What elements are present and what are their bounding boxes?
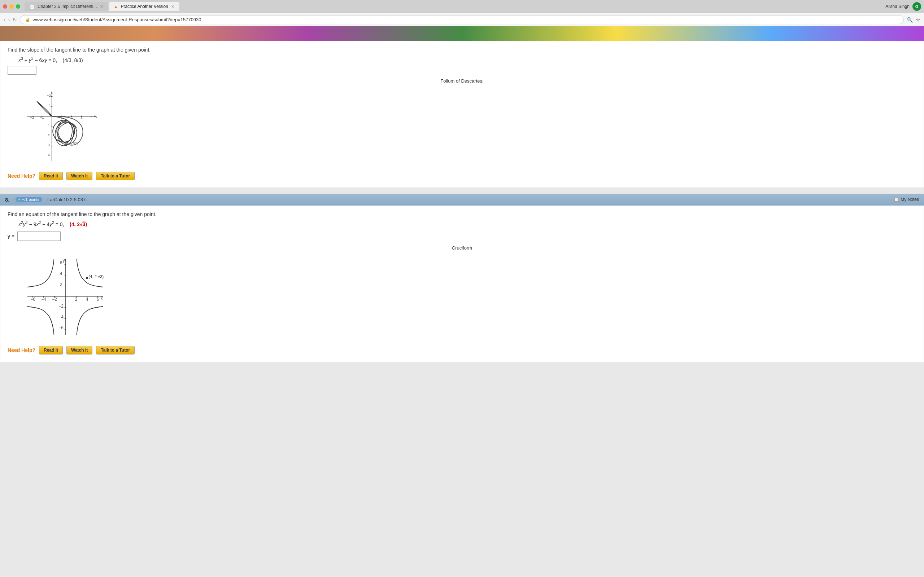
points-badge: + −/1 points xyxy=(16,197,42,202)
problem8-talk-tutor-button[interactable]: Talk to a Tutor xyxy=(96,346,135,355)
svg-text:−2: −2 xyxy=(47,93,51,97)
back-button[interactable]: ‹ xyxy=(3,17,5,23)
problem8-header-bar: 8. + −/1 points LarCalc10 2.5.037. 📋 My … xyxy=(0,193,924,206)
svg-text:−6: −6 xyxy=(58,325,63,330)
problem7-graph-label: Folium of Descartes: xyxy=(8,78,916,84)
forward-button[interactable]: › xyxy=(8,17,10,23)
svg-text:−1: −1 xyxy=(47,103,51,107)
traffic-lights xyxy=(3,4,20,9)
problem8-watch-it-button[interactable]: Watch It xyxy=(66,346,92,355)
my-notes-button[interactable]: 📋 My Notes xyxy=(894,197,919,202)
points-label: −/1 points xyxy=(22,197,39,201)
minimize-button[interactable] xyxy=(10,4,14,9)
problem7-graph-container: −2 −1 1 2 3 4 −2 −1 1 2 3 4 y x xyxy=(8,87,916,166)
user-area: Alisha Singh G xyxy=(885,2,921,11)
problem7-need-help-label: Need Help? xyxy=(8,173,36,179)
problem8-need-help-label: Need Help? xyxy=(8,347,36,353)
problem8-equation: x2y2 − 9x2 − 4y2 = 0, (4, 2√3) xyxy=(18,221,916,227)
problem8-read-it-button[interactable]: Read It xyxy=(39,346,63,355)
problem8-answer-input[interactable] xyxy=(17,232,61,241)
problem8-graph-container: −6 −4 −2 2 4 6 6 4 2 −2 −4 −6 y x xyxy=(8,253,916,340)
tab-practice-label: Practice Another Version xyxy=(121,4,168,9)
user-avatar: G xyxy=(913,2,921,11)
problem7-talk-tutor-button[interactable]: Talk to a Tutor xyxy=(96,172,135,180)
svg-marker-30 xyxy=(51,91,52,93)
svg-text:2: 2 xyxy=(48,133,50,137)
tab-practice-icon: ▲ xyxy=(114,4,118,9)
address-bar[interactable]: 🔒 www.webassign.net/web/Student/Assignme… xyxy=(20,15,904,24)
user-name: Alisha Singh xyxy=(885,4,909,9)
problem8-y-equals: y = xyxy=(8,232,916,241)
problem8-instruction: Find an equation of the tangent line to … xyxy=(8,211,916,217)
svg-text:−2: −2 xyxy=(58,304,63,309)
folium-graph: −2 −1 1 2 3 4 −2 −1 1 2 3 4 y x xyxy=(22,87,102,166)
cruciform-graph: −6 −4 −2 2 4 6 6 4 2 −2 −4 −6 y x xyxy=(22,253,109,340)
problem8-need-help: Need Help? Read It Watch It Talk to a Tu… xyxy=(8,346,916,355)
my-notes-label: My Notes xyxy=(901,197,919,202)
browser-chrome: 📄 Chapter 2.5 Implicit Differenti... ✕ ▲… xyxy=(0,0,924,26)
problem7-equation: x3 + y3 − 6xy = 0, (4/3, 8/3) xyxy=(18,56,916,63)
decorative-header xyxy=(0,26,924,41)
svg-text:4: 4 xyxy=(48,153,50,156)
svg-text:1: 1 xyxy=(48,123,50,127)
problem8-number: 8. xyxy=(5,197,10,203)
problem7-watch-it-button[interactable]: Watch It xyxy=(66,172,92,180)
problem7-read-it-button[interactable]: Read It xyxy=(39,172,63,180)
address-bar-row: ‹ › ↻ 🔒 www.webassign.net/web/Student/As… xyxy=(0,13,924,26)
refresh-button[interactable]: ↻ xyxy=(13,17,17,23)
close-button[interactable] xyxy=(3,4,7,9)
y-equals-label: y = xyxy=(8,233,15,239)
svg-text:y: y xyxy=(63,258,65,263)
svg-text:(4, 2 √3): (4, 2 √3) xyxy=(89,274,104,279)
svg-text:−4: −4 xyxy=(58,314,63,319)
tab-practice[interactable]: ▲ Practice Another Version ✕ xyxy=(109,2,179,11)
search-icon[interactable]: 🔍 xyxy=(907,17,913,23)
problem8-graph-label: Cruciform xyxy=(8,245,916,251)
svg-text:4: 4 xyxy=(90,115,93,119)
problem7-answer-input[interactable] xyxy=(8,66,36,75)
notes-icon: 📋 xyxy=(894,197,899,202)
svg-text:2: 2 xyxy=(60,282,63,287)
svg-text:4: 4 xyxy=(60,271,63,276)
tab-practice-close[interactable]: ✕ xyxy=(171,4,174,9)
problem-8-section: Find an equation of the tangent line to … xyxy=(0,206,924,363)
problem7-instruction: Find the slope of the tangent line to th… xyxy=(8,47,916,53)
tab-chapter-icon: 📄 xyxy=(30,4,35,9)
lock-icon: 🔒 xyxy=(25,17,30,22)
bookmark-icon[interactable]: ☆ xyxy=(916,17,921,23)
tab-chapter-close[interactable]: ✕ xyxy=(100,4,103,9)
tab-chapter-label: Chapter 2.5 Implicit Differenti... xyxy=(37,4,97,9)
course-label: LarCalc10 2.5.037. xyxy=(47,197,87,202)
plus-icon: + xyxy=(18,197,21,201)
svg-text:6: 6 xyxy=(60,260,63,266)
maximize-button[interactable] xyxy=(16,4,20,9)
svg-text:x: x xyxy=(96,115,97,119)
url-text: www.webassign.net/web/Student/Assignment… xyxy=(32,17,201,23)
problem7-need-help: Need Help? Read It Watch It Talk to a Tu… xyxy=(8,172,916,180)
main-content: Find the slope of the tangent line to th… xyxy=(0,41,924,362)
tab-bar: 📄 Chapter 2.5 Implicit Differenti... ✕ ▲… xyxy=(0,0,924,13)
svg-text:(4/3, 8/3): (4/3, 8/3) xyxy=(66,141,78,145)
tab-chapter[interactable]: 📄 Chapter 2.5 Implicit Differenti... ✕ xyxy=(24,2,108,11)
svg-point-59 xyxy=(86,277,88,279)
svg-text:3: 3 xyxy=(48,143,50,147)
tab-list: 📄 Chapter 2.5 Implicit Differenti... ✕ ▲… xyxy=(24,2,179,11)
address-bar-actions: 🔍 ☆ xyxy=(907,17,921,23)
problem-7-section: Find the slope of the tangent line to th… xyxy=(0,41,924,188)
user-initial: G xyxy=(915,4,919,9)
